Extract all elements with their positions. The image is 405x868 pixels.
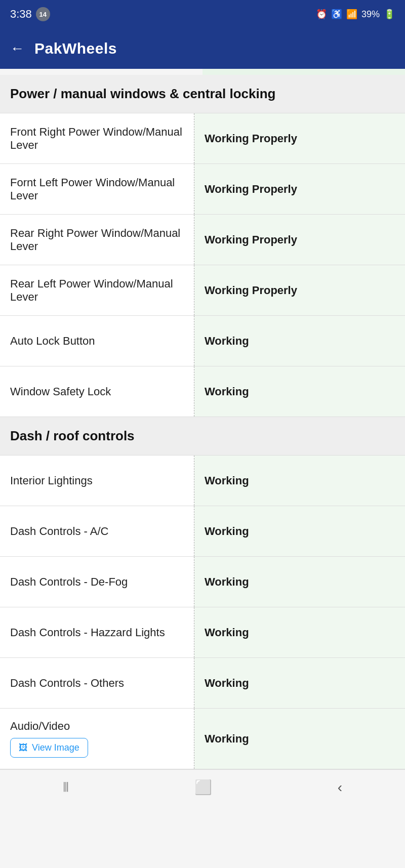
cell-label: Front Right Power Window/Manual Lever bbox=[0, 113, 194, 163]
table-row: Rear Left Power Window/Manual LeverWorki… bbox=[0, 265, 405, 316]
image-icon: 🖼 bbox=[19, 742, 28, 753]
table-row: Audio/Video🖼View ImageWorking bbox=[0, 709, 405, 769]
cell-value: Working Properly bbox=[194, 265, 405, 315]
section-header-power-windows: Power / manual windows & central locking bbox=[0, 75, 405, 113]
menu-icon[interactable]: ⫴ bbox=[63, 779, 69, 796]
status-time-area: 3:38 14 bbox=[10, 7, 50, 21]
back-button[interactable]: ← bbox=[10, 40, 24, 57]
color-strip bbox=[0, 69, 405, 75]
cell-value: Working bbox=[194, 506, 405, 556]
status-time: 3:38 bbox=[10, 8, 32, 21]
table-row: Window Safety LockWorking bbox=[0, 366, 405, 417]
table-row: Front Right Power Window/Manual LeverWor… bbox=[0, 113, 405, 164]
cell-value: Working Properly bbox=[194, 164, 405, 214]
back-icon[interactable]: ‹ bbox=[338, 779, 342, 796]
home-icon[interactable]: ⬜ bbox=[194, 779, 212, 796]
signal-icon: 📶 bbox=[346, 9, 357, 20]
strip-left bbox=[0, 69, 202, 75]
cell-label: Rear Left Power Window/Manual Lever bbox=[0, 265, 194, 315]
table-row: Dash Controls - De-FogWorking bbox=[0, 557, 405, 607]
cell-value: Working bbox=[194, 456, 405, 506]
cell-label: Window Safety Lock bbox=[0, 366, 194, 417]
section-header-dash-roof: Dash / roof controls bbox=[0, 417, 405, 456]
strip-right bbox=[202, 69, 405, 75]
cell-value: Working bbox=[194, 366, 405, 417]
cell-label: Auto Lock Button bbox=[0, 316, 194, 366]
label-text: Audio/Video bbox=[10, 720, 70, 733]
table-row: Auto Lock ButtonWorking bbox=[0, 316, 405, 366]
cell-label: Fornt Left Power Window/Manual Lever bbox=[0, 164, 194, 214]
table-row: Fornt Left Power Window/Manual LeverWork… bbox=[0, 164, 405, 215]
battery-icon: 🔋 bbox=[384, 9, 395, 20]
cell-label: Dash Controls - De-Fog bbox=[0, 557, 194, 607]
table-row: Interior LightingsWorking bbox=[0, 456, 405, 506]
alarm-icon: ⏰ bbox=[316, 9, 327, 20]
bottom-nav: ⫴ ⬜ ‹ bbox=[0, 769, 405, 805]
battery-text: 39% bbox=[361, 9, 380, 20]
table-row: Dash Controls - Hazzard LightsWorking bbox=[0, 607, 405, 658]
cell-value: Working bbox=[194, 658, 405, 708]
cell-value: Working bbox=[194, 709, 405, 769]
cell-label: Dash Controls - Hazzard Lights bbox=[0, 607, 194, 657]
table-row: Dash Controls - A/CWorking bbox=[0, 506, 405, 557]
cell-value: Working bbox=[194, 316, 405, 366]
view-image-button[interactable]: 🖼View Image bbox=[10, 738, 88, 758]
nav-bar: ← PakWheels bbox=[0, 28, 405, 69]
cell-value: Working bbox=[194, 557, 405, 607]
cell-value: Working Properly bbox=[194, 215, 405, 265]
cell-label: Dash Controls - Others bbox=[0, 658, 194, 708]
status-icons: ⏰ ♿ 📶 39% 🔋 bbox=[316, 9, 395, 20]
page-title: PakWheels bbox=[34, 40, 117, 57]
table-row: Dash Controls - OthersWorking bbox=[0, 658, 405, 709]
cell-value: Working bbox=[194, 607, 405, 657]
cell-label: Interior Lightings bbox=[0, 456, 194, 506]
table-row: Rear Right Power Window/Manual LeverWork… bbox=[0, 215, 405, 265]
notification-badge: 14 bbox=[36, 7, 50, 21]
cell-label: Audio/Video🖼View Image bbox=[0, 709, 194, 769]
cell-label: Rear Right Power Window/Manual Lever bbox=[0, 215, 194, 265]
cell-value: Working Properly bbox=[194, 113, 405, 163]
cell-label: Dash Controls - A/C bbox=[0, 506, 194, 556]
accessibility-icon: ♿ bbox=[331, 9, 342, 20]
table-container: Power / manual windows & central locking… bbox=[0, 75, 405, 769]
status-bar: 3:38 14 ⏰ ♿ 📶 39% 🔋 bbox=[0, 0, 405, 28]
